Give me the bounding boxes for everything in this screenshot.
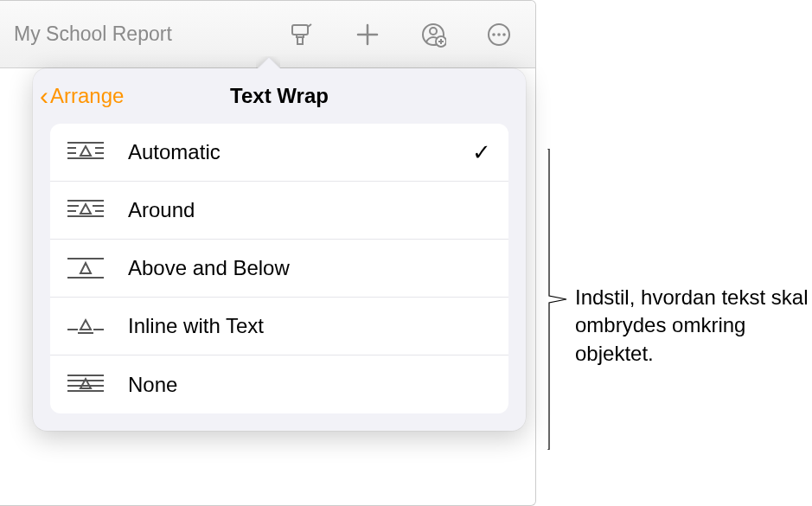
svg-point-4 <box>430 28 437 35</box>
svg-point-10 <box>497 33 501 36</box>
option-label: Inline with Text <box>128 314 491 338</box>
wrap-above-below-icon <box>67 254 104 282</box>
chevron-left-icon: ‹ <box>40 83 48 109</box>
checkmark-icon: ✓ <box>472 139 491 166</box>
popover-arrow <box>256 56 280 68</box>
wrap-option-none[interactable]: None <box>50 355 508 413</box>
option-label: Above and Below <box>128 256 491 280</box>
more-icon[interactable] <box>485 21 513 48</box>
back-label: Arrange <box>50 84 124 108</box>
add-icon[interactable] <box>354 21 381 48</box>
format-brush-icon[interactable] <box>288 21 316 48</box>
wrap-inline-icon <box>67 312 104 340</box>
document-title: My School Report <box>14 22 288 46</box>
svg-line-0 <box>308 24 311 27</box>
callout: Indstil, hvordan tekst skal ombrydes omk… <box>547 149 809 450</box>
popover-header: ‹ Arrange Text Wrap <box>33 68 526 124</box>
wrap-option-around[interactable]: Around <box>50 182 508 240</box>
wrap-option-above-below[interactable]: Above and Below <box>50 240 508 298</box>
option-label: Automatic <box>128 140 472 164</box>
app-frame: My School Report <box>0 0 536 506</box>
back-button[interactable]: ‹ Arrange <box>33 83 124 109</box>
svg-point-11 <box>502 33 506 36</box>
text-wrap-popover: ‹ Arrange Text Wrap <box>33 68 526 431</box>
collaborate-icon[interactable] <box>419 21 447 48</box>
wrap-option-automatic[interactable]: Automatic ✓ <box>50 124 508 182</box>
wrap-option-list: Automatic ✓ <box>50 124 508 413</box>
wrap-around-icon <box>67 196 104 224</box>
wrap-automatic-icon <box>67 138 104 166</box>
toolbar-icons <box>288 21 513 48</box>
option-label: Around <box>128 198 491 222</box>
popover-wrapper: ‹ Arrange Text Wrap <box>33 68 526 431</box>
svg-point-9 <box>492 33 496 36</box>
wrap-none-icon <box>67 371 104 399</box>
callout-bracket <box>547 149 568 450</box>
option-label: None <box>128 373 491 397</box>
wrap-option-inline[interactable]: Inline with Text <box>50 298 508 355</box>
callout-text: Indstil, hvordan tekst skal ombrydes omk… <box>575 284 809 368</box>
